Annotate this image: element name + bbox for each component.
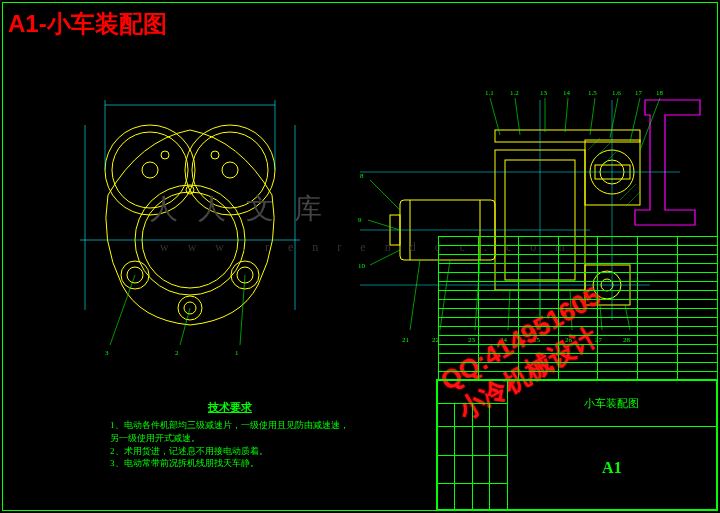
bom-row bbox=[439, 291, 718, 300]
svg-point-4 bbox=[192, 132, 268, 208]
tech-req-heading: 技术要求 bbox=[110, 400, 350, 415]
svg-point-5 bbox=[222, 162, 238, 178]
svg-line-64 bbox=[410, 260, 420, 330]
svg-text:1: 1 bbox=[235, 349, 239, 357]
svg-line-25 bbox=[240, 275, 245, 345]
svg-point-14 bbox=[161, 151, 169, 159]
svg-line-61 bbox=[370, 180, 400, 210]
technical-requirements: 技术要求 1、电动各件机部均三级减速片，一级使用且见防由减速速，另一级使用开式减… bbox=[110, 400, 350, 470]
bom-row bbox=[439, 336, 718, 345]
svg-line-43 bbox=[626, 192, 640, 206]
svg-text:8: 8 bbox=[360, 172, 364, 180]
svg-text:21: 21 bbox=[402, 336, 410, 344]
svg-text:18: 18 bbox=[656, 89, 664, 97]
bom-row bbox=[439, 282, 718, 291]
tech-req-item: 2、术用货进，记述息不用接电动质着。 bbox=[110, 445, 350, 458]
svg-text:17: 17 bbox=[635, 89, 643, 97]
svg-text:1.6: 1.6 bbox=[612, 89, 621, 97]
svg-point-1 bbox=[112, 132, 188, 208]
svg-point-15 bbox=[211, 151, 219, 159]
bom-row bbox=[439, 237, 718, 246]
svg-text:1.2: 1.2 bbox=[510, 89, 519, 97]
svg-point-0 bbox=[105, 125, 195, 215]
svg-point-3 bbox=[185, 125, 275, 215]
bom-row bbox=[439, 327, 718, 336]
drawing-title: A1-小车装配图 bbox=[8, 8, 167, 40]
bom-row bbox=[439, 345, 718, 354]
drawing-name-cell: 小车装配图 bbox=[507, 381, 716, 427]
bom-row bbox=[439, 264, 718, 273]
svg-text:2: 2 bbox=[175, 349, 179, 357]
bom-row bbox=[439, 318, 718, 327]
svg-text:1.1: 1.1 bbox=[485, 89, 494, 97]
svg-line-54 bbox=[515, 98, 520, 135]
tech-req-item: 3、电动常带前况拆机线朋找天车静。 bbox=[110, 457, 350, 470]
bom-table bbox=[438, 236, 718, 381]
bom-row bbox=[439, 363, 718, 372]
svg-line-62 bbox=[368, 220, 400, 230]
svg-text:13: 13 bbox=[540, 89, 548, 97]
bom-row bbox=[439, 246, 718, 255]
svg-text:9: 9 bbox=[358, 216, 362, 224]
bom-row bbox=[439, 309, 718, 318]
svg-text:10: 10 bbox=[358, 262, 366, 270]
svg-line-58 bbox=[610, 98, 618, 138]
tech-req-item: 1、电动各件机部均三级减速片，一级使用且见防由减速速，另一级使用开式减速。 bbox=[110, 419, 350, 444]
svg-line-59 bbox=[630, 98, 640, 142]
svg-line-57 bbox=[590, 98, 595, 135]
bom-row bbox=[439, 354, 718, 363]
front-view: 3 2 1 bbox=[40, 80, 340, 360]
svg-text:3: 3 bbox=[105, 349, 109, 357]
svg-text:14: 14 bbox=[563, 89, 571, 97]
svg-line-53 bbox=[490, 98, 500, 135]
bom-row bbox=[439, 273, 718, 282]
svg-text:1.5: 1.5 bbox=[588, 89, 597, 97]
svg-line-41 bbox=[602, 150, 618, 166]
sheet-size-cell: A1 bbox=[507, 427, 716, 510]
bom-row bbox=[439, 300, 718, 309]
svg-line-24 bbox=[180, 308, 190, 345]
svg-point-2 bbox=[142, 162, 158, 178]
title-block: 小车装配图 A1 bbox=[436, 379, 718, 511]
svg-line-56 bbox=[565, 98, 568, 132]
bom-row bbox=[439, 255, 718, 264]
